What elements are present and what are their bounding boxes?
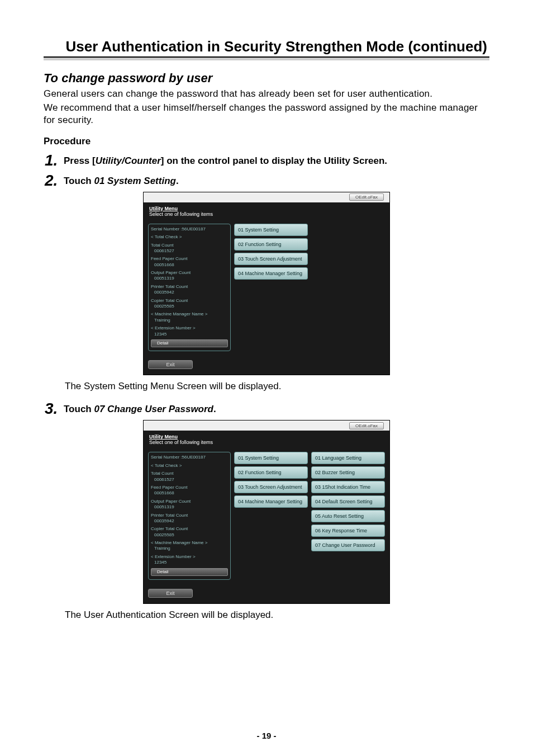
step-1-text: Press [Utility/Counter] on the control p… <box>64 152 489 168</box>
ss2-status-tab[interactable]: OEdit.oFax <box>349 422 384 429</box>
ss1-header-line2: Select one of following items <box>149 211 384 217</box>
step-1: 1. Press [Utility/Counter] on the contro… <box>45 152 489 168</box>
ss2-header-line2: Select one of following items <box>149 440 384 445</box>
ss2-sub-06-key-response-time[interactable]: 06 Key Response Time <box>311 525 385 537</box>
ss2-sub-03-1shot-indication-time[interactable]: 03 1Shot Indication Time <box>311 481 385 493</box>
ss2-header: Utility Menu Select one of following ite… <box>144 431 389 450</box>
step-3-caption: The User Authentication Screen will be d… <box>65 609 489 621</box>
ss2-exit-button[interactable]: Exit <box>148 589 193 598</box>
ss1-total-check: < Total Check > <box>151 234 228 240</box>
step-3-text: Touch 07 Change User Password. <box>64 400 489 417</box>
ss2-output-value: 00051319 <box>151 504 228 510</box>
ss2-printer-value: 00035942 <box>151 518 228 524</box>
ss1-sidebar: Serial Number :56UE00187 < Total Check >… <box>148 224 231 352</box>
utility-menu-screenshot-2: OEdit.oFax Utility Menu Select one of fo… <box>143 420 390 604</box>
ss2-sidebar: Serial Number :56UE00187 < Total Check >… <box>148 452 231 580</box>
ss1-status-tab[interactable]: OEdit.oFax <box>349 193 384 201</box>
ss1-item-01-system-setting[interactable]: 01 System Setting <box>234 224 308 236</box>
ss2-feed-value: 00051668 <box>151 490 228 496</box>
ss2-printer-label: Printer Total Count <box>151 513 228 518</box>
step-3: 3. Touch 07 Change User Password. <box>45 400 489 417</box>
ss2-serial-value: 56UE00187 <box>182 455 206 460</box>
ss1-ext-label: < Extension Number > <box>151 325 228 331</box>
ss2-mgr-value: Training <box>151 546 228 551</box>
ss2-sub-01-language-setting[interactable]: 01 Language Setting <box>311 452 385 464</box>
ss1-mgr-label: < Machine Manager Name > <box>151 311 228 317</box>
ss2-menu-column: 01 System Setting 02 Function Setting 03… <box>234 452 308 580</box>
step-2: 2. Touch 01 System Setting. <box>45 172 489 188</box>
intro-paragraph-1: General users can change the password th… <box>44 88 489 100</box>
ss1-header-line1: Utility Menu <box>149 206 384 211</box>
ss1-output-label: Output Paper Count <box>151 270 228 276</box>
ss2-sub-05-auto-reset-setting[interactable]: 05 Auto Reset Setting <box>311 510 385 522</box>
ss2-ext-label: < Extension Number > <box>151 554 228 560</box>
ss1-printer-label: Printer Total Count <box>151 284 228 290</box>
step-1-pre: Press [ <box>64 155 96 166</box>
ss2-serial-label: Serial Number : <box>151 455 182 460</box>
ss2-sub-04-default-screen-setting[interactable]: 04 Default Screen Setting <box>311 495 385 508</box>
ss1-item-04-machine-manager-setting[interactable]: 04 Machine Manager Setting <box>234 267 308 280</box>
step-2-ital: 01 System Setting <box>94 176 175 186</box>
step-3-number: 3. <box>45 400 64 417</box>
step-1-number: 1. <box>45 152 64 168</box>
step-2-caption: The System Setting Menu Screen will be d… <box>65 381 489 392</box>
ss1-output-value: 00051319 <box>151 276 228 281</box>
ss2-ext-value: 12345 <box>151 560 228 565</box>
ss1-item-02-function-setting[interactable]: 02 Function Setting <box>234 238 308 251</box>
step-1-post: ] on the control panel to display the Ut… <box>161 155 387 166</box>
ss2-detail-button[interactable]: Detail <box>151 568 228 576</box>
ss2-item-03-touch-screen-adjustment[interactable]: 03 Touch Screen Adjustment <box>234 481 308 493</box>
ss2-item-04-machine-manager-setting[interactable]: 04 Machine Manager Setting <box>234 495 308 508</box>
ss2-sub-02-buzzer-setting[interactable]: 02 Buzzer Setting <box>311 466 385 479</box>
ss1-submenu-column-empty <box>311 224 385 352</box>
ss2-copier-label: Copier Total Count <box>151 526 228 532</box>
ss2-total-count-label: Total Count <box>151 471 228 476</box>
ss2-item-02-function-setting[interactable]: 02 Function Setting <box>234 466 308 479</box>
ss1-mgr-value: Training <box>151 318 228 323</box>
ss1-detail-button[interactable]: Detail <box>151 339 228 347</box>
ss1-copier-value: 00025585 <box>151 304 228 309</box>
procedure-label: Procedure <box>44 136 489 147</box>
step-3-pre: Touch <box>64 404 94 414</box>
ss1-menu-column: 01 System Setting 02 Function Setting 03… <box>234 224 308 352</box>
ss1-total-count-label: Total Count <box>151 243 228 248</box>
utility-menu-screenshot-1: OEdit.oFax Utility Menu Select one of fo… <box>143 192 390 376</box>
title-rule <box>44 56 489 62</box>
ss1-copier-label: Copier Total Count <box>151 298 228 304</box>
ss1-header: Utility Menu Select one of following ite… <box>144 202 389 221</box>
ss2-sub-07-change-user-password[interactable]: 07 Change User Password <box>311 539 385 551</box>
step-2-text: Touch 01 System Setting. <box>64 172 489 188</box>
step-3-ital: 07 Change User Password <box>94 404 213 414</box>
ss2-header-line1: Utility Menu <box>149 434 384 440</box>
intro-paragraph-2: We recommend that a user himself/herself… <box>44 102 489 126</box>
ss1-ext-value: 12345 <box>151 332 228 337</box>
ss2-total-check: < Total Check > <box>151 463 228 469</box>
ss2-submenu-column: 01 Language Setting 02 Buzzer Setting 03… <box>311 452 385 580</box>
ss1-feed-label: Feed Paper Count <box>151 256 228 262</box>
ss1-serial-value: 56UE00187 <box>182 226 206 231</box>
ss2-total-count-value: 00061527 <box>151 477 228 483</box>
ss1-feed-value: 00051668 <box>151 262 228 268</box>
ss1-serial-label: Serial Number : <box>151 226 182 231</box>
ss1-item-03-touch-screen-adjustment[interactable]: 03 Touch Screen Adjustment <box>234 253 308 265</box>
step-2-number: 2. <box>45 172 64 188</box>
section-heading: To change password by user <box>44 71 489 86</box>
ss1-printer-value: 00035942 <box>151 290 228 295</box>
ss2-copier-value: 00025585 <box>151 532 228 538</box>
ss2-feed-label: Feed Paper Count <box>151 485 228 490</box>
page-number: - 19 - <box>0 731 533 740</box>
step-2-post: . <box>176 176 179 186</box>
ss1-total-count-value: 00061527 <box>151 248 228 254</box>
step-2-pre: Touch <box>64 176 94 186</box>
ss1-exit-button[interactable]: Exit <box>148 360 193 369</box>
step-1-ital: Utility/Counter <box>96 155 161 166</box>
ss2-mgr-label: < Machine Manager Name > <box>151 540 228 546</box>
ss2-item-01-system-setting[interactable]: 01 System Setting <box>234 452 308 464</box>
page-title: User Authentication in Security Strength… <box>44 38 489 58</box>
ss2-output-label: Output Paper Count <box>151 499 228 504</box>
step-3-post: . <box>213 404 216 414</box>
